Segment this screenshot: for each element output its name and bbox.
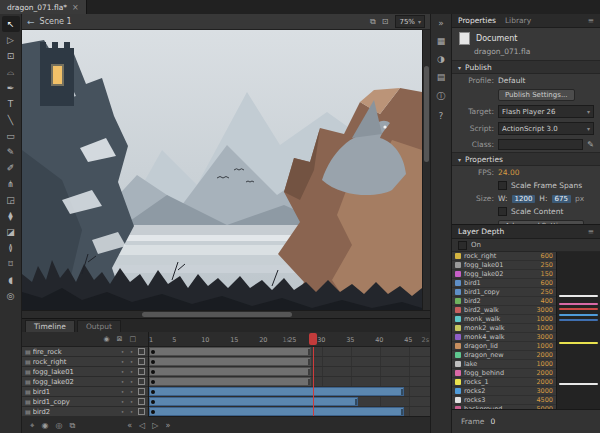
onion-outlines-icon[interactable]: ◎ [56,421,63,431]
back-arrow-icon[interactable]: ← [27,17,35,27]
edit-symbols-icon[interactable]: ⧉ [370,17,376,26]
depth-value[interactable]: 2000 [536,378,553,386]
width-tool[interactable]: ≬ [2,240,20,256]
depth-row-rocks_1[interactable]: rocks_12000 [452,378,556,387]
frame-span[interactable] [149,407,404,416]
tab-output[interactable]: Output [77,320,121,332]
layer-outline-color[interactable] [138,358,145,365]
vertical-scroll-thumb[interactable] [424,66,429,162]
frame-row-rock_right[interactable] [149,357,430,367]
depth-row-bird2[interactable]: bird2400 [452,297,556,306]
layer-lock-dot[interactable]: • [128,398,135,405]
depth-value[interactable]: 3000 [536,333,553,341]
outline-icon[interactable]: □ [129,335,136,343]
depth-value[interactable]: 400 [541,297,553,305]
layer-lock-dot[interactable]: • [128,378,135,385]
edit-multiple-frames-icon[interactable]: ⧉ [69,421,75,431]
depth-row-dragon_lid[interactable]: dragon_lid1000 [452,342,556,351]
layer-lock-dot[interactable]: • [128,408,135,415]
depth-row-monk_walk[interactable]: monk_walk1000 [452,315,556,324]
properties-section-header[interactable]: ▾ Properties [452,152,600,166]
subselection-tool[interactable]: ▷ [2,32,20,48]
script-dropdown[interactable]: ActionScript 3.0 ▾ [498,122,594,135]
publish-section-header[interactable]: ▾ Publish [452,60,600,74]
frame-value[interactable]: 0 [490,417,495,426]
tab-timeline[interactable]: Timeline [25,320,75,332]
pencil-tool[interactable]: ✎ [2,144,20,160]
width-value[interactable]: 1200 [512,195,536,203]
layer-visibility-dot[interactable]: • [119,408,126,415]
layer-row-rock_right[interactable]: ▤rock_right•• [22,357,148,367]
depth-value[interactable]: 2000 [536,369,553,377]
layer-lock-dot[interactable]: • [128,348,135,355]
depth-value[interactable]: 1000 [536,342,553,350]
pen-tool[interactable]: ✒ [2,80,20,96]
brush-tool[interactable]: ✐ [2,160,20,176]
layer-visibility-dot[interactable]: • [119,398,126,405]
eraser-tool[interactable]: ◪ [2,224,20,240]
playhead-line[interactable] [313,347,314,416]
eyedropper-tool[interactable]: ⧫ [2,208,20,224]
frame-row-bird1_copy[interactable] [149,397,430,407]
layer-row-bird1_copy[interactable]: ▤bird1_copy•• [22,397,148,407]
depth-graph-line[interactable] [559,314,598,316]
layer-outline-color[interactable] [138,388,145,395]
depth-row-rock_right[interactable]: rock_right600 [452,252,556,261]
depth-value[interactable]: 1000 [536,360,553,368]
step-back-icon[interactable]: ◁ [139,421,145,430]
hand-tool[interactable]: ◖ [2,272,20,288]
free-transform-tool[interactable]: ⊡ [2,48,20,64]
depth-row-monk4_walk[interactable]: monk4_walk3000 [452,333,556,342]
layer-outline-color[interactable] [138,368,145,375]
layer-outline-color[interactable] [138,398,145,405]
frame-row-bird1[interactable] [149,387,430,397]
depth-graph-line[interactable] [559,342,598,344]
frame-ruler[interactable]: 1510152025303540451s2s [149,332,430,347]
frame-row-fogg_lake01[interactable] [149,367,430,377]
depth-row-fogg_lake01[interactable]: fogg_lake01250 [452,261,556,270]
frame-row-bird2[interactable] [149,407,430,416]
depth-row-rocks2[interactable]: rocks23000 [452,387,556,396]
zoom-tool[interactable]: ◎ [2,288,20,304]
frame-span[interactable] [149,357,311,366]
depth-graph-line[interactable] [559,308,598,310]
depth-row-bird2_walk[interactable]: bird2_walk3000 [452,306,556,315]
tab-properties[interactable]: Properties [458,16,496,25]
close-icon[interactable]: × [72,3,79,12]
layer-row-fogg_lake01[interactable]: ▤fogg_lake01•• [22,367,148,377]
section-collapse-icon[interactable]: ▾ [458,156,461,163]
section-collapse-icon[interactable]: ▾ [458,64,461,71]
depth-row-rocks3[interactable]: rocks34500 [452,396,556,405]
layer-row-fogg_lake02[interactable]: ▤fogg_lake02•• [22,377,148,387]
depth-value[interactable]: 250 [541,288,553,296]
layer-outline-color[interactable] [138,408,145,415]
layer-lock-dot[interactable]: • [128,368,135,375]
frame-span[interactable] [149,347,311,356]
layer-row-bird1[interactable]: ▤bird1•• [22,387,148,397]
target-dropdown[interactable]: Flash Player 26 ▾ [498,105,594,118]
layer-lock-dot[interactable]: • [128,358,135,365]
depth-row-fogg_behind[interactable]: fogg_behind2000 [452,369,556,378]
depth-value[interactable]: 2000 [536,351,553,359]
go-to-first-frame-icon[interactable]: « [127,421,132,430]
layer-visibility-dot[interactable]: • [119,388,126,395]
edit-class-icon[interactable]: ✎ [587,140,594,149]
layer-visibility-dot[interactable]: • [119,358,126,365]
lock-icon[interactable]: ⊠ [117,335,123,343]
help-icon[interactable]: ? [439,111,444,121]
align-icon[interactable]: ▦ [437,36,446,46]
scale-content-checkbox[interactable] [498,207,507,216]
layer-row-bird2[interactable]: ▤bird2•• [22,407,148,417]
depth-row-monk2_walk[interactable]: monk2_walk1000 [452,324,556,333]
scale-frame-spans-checkbox[interactable] [498,181,507,190]
tab-layer-depth[interactable]: Layer Depth [458,227,504,236]
depth-value[interactable]: 1000 [536,315,553,323]
info-icon[interactable]: ⓘ [437,90,446,103]
depth-row-lake[interactable]: lake1000 [452,360,556,369]
text-tool[interactable]: T [2,96,20,112]
line-tool[interactable]: ╲ [2,112,20,128]
layer-visibility-dot[interactable]: • [119,378,126,385]
depth-row-dragon_new[interactable]: dragon_new2000 [452,351,556,360]
tab-library[interactable]: Library [505,16,531,25]
depth-graph[interactable] [556,252,600,412]
